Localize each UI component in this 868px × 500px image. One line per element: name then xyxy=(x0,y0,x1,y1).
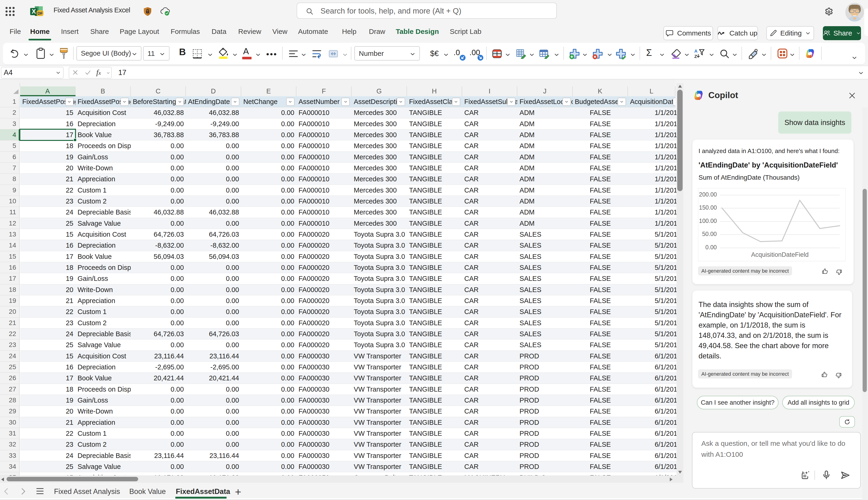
svg-text:Z: Z xyxy=(694,54,697,59)
svg-text:A: A xyxy=(694,49,698,54)
svg-text:X: X xyxy=(32,8,36,15)
svg-text:DF: DF xyxy=(37,11,43,16)
